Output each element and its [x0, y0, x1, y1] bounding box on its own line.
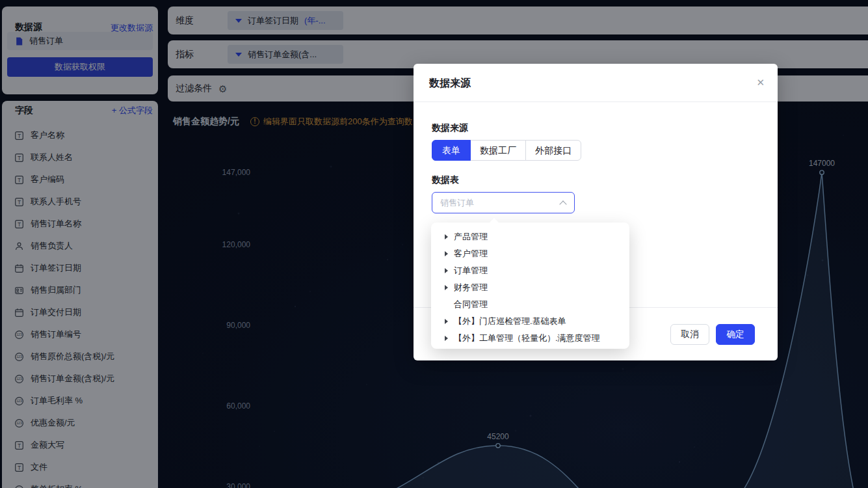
table-option[interactable]: 合同管理 — [431, 296, 629, 313]
table-select-dropdown: 产品管理客户管理订单管理财务管理合同管理【外】门店巡检管理.基础表单【外】工单管… — [431, 223, 629, 349]
tab-form[interactable]: 表单 — [432, 140, 471, 161]
table-select[interactable]: 销售订单 — [432, 192, 575, 213]
table-option[interactable]: 【外】工单管理（轻量化）.满意度管理 — [431, 330, 629, 347]
table-option[interactable]: 订单管理 — [431, 262, 629, 279]
table-label: 数据表 — [432, 174, 459, 186]
expand-caret-icon — [445, 234, 448, 239]
table-select-placeholder: 销售订单 — [440, 193, 474, 213]
expand-caret-icon — [445, 268, 448, 273]
close-icon[interactable]: ✕ — [756, 77, 765, 87]
option-label: 【外】门店巡检管理.基础表单 — [454, 316, 566, 327]
modal-title: 数据来源 — [429, 64, 471, 102]
table-option[interactable]: 【外】门店巡检管理.基础表单 — [431, 313, 629, 330]
expand-caret-icon — [445, 319, 448, 324]
option-label: 财务管理 — [454, 282, 488, 293]
datasource-section-label: 数据来源 — [432, 122, 468, 134]
expand-caret-icon — [445, 285, 448, 290]
option-label: 产品管理 — [454, 231, 488, 243]
table-option[interactable]: 产品管理 — [431, 228, 629, 245]
option-label: 订单管理 — [454, 265, 488, 277]
table-option[interactable]: 财务管理 — [431, 279, 629, 296]
tab-external-api[interactable]: 外部接口 — [525, 140, 581, 161]
expand-caret-icon — [445, 251, 448, 256]
chevron-up-icon — [559, 200, 566, 208]
modal-header: 数据来源 ✕ — [414, 64, 778, 102]
app-root: 45200147000 147,000120,00090,00060,00030… — [0, 0, 868, 488]
option-label: 【外】工单管理（轻量化）.满意度管理 — [454, 332, 600, 344]
table-option[interactable]: 客户管理 — [431, 245, 629, 262]
confirm-button[interactable]: 确定 — [716, 324, 755, 345]
expand-caret-icon — [445, 336, 448, 341]
cancel-button[interactable]: 取消 — [670, 324, 709, 345]
datasource-tabs: 表单数据工厂外部接口 — [432, 140, 581, 161]
option-list: 产品管理客户管理订单管理财务管理合同管理【外】门店巡检管理.基础表单【外】工单管… — [431, 228, 629, 347]
option-label: 合同管理 — [454, 299, 488, 310]
tab-data-factory[interactable]: 数据工厂 — [470, 140, 526, 161]
option-label: 客户管理 — [454, 248, 488, 260]
